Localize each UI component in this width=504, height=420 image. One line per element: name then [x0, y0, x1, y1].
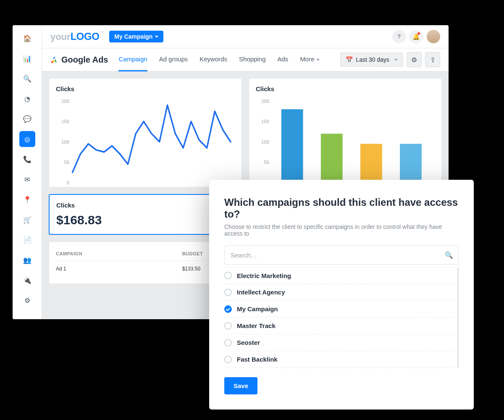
dialog-title: Which campaigns should this client have …: [224, 197, 459, 220]
search-wrap: 🔍: [224, 245, 459, 265]
subbar: Google Ads Campaign Ad groups Keywords S…: [42, 48, 449, 71]
calendar-icon: 📅: [346, 56, 353, 63]
brand-label: Google Ads: [61, 55, 108, 65]
brand: Google Ads: [50, 55, 108, 65]
logo-tm: ™: [100, 31, 103, 34]
svg-text:50: 50: [264, 160, 269, 165]
sidebar-phone[interactable]: 📞: [19, 151, 35, 167]
line-chart-title: Clicks: [56, 85, 235, 92]
chevron-down-icon: [316, 59, 320, 61]
svg-rect-12: [321, 134, 343, 182]
sidebar-chat[interactable]: 💬: [19, 111, 35, 127]
tab-adgroups[interactable]: Ad groups: [159, 48, 188, 71]
access-dialog: Which campaigns should this client have …: [209, 180, 474, 410]
logo-part1: your: [50, 32, 71, 42]
tab-ads[interactable]: Ads: [278, 48, 289, 71]
svg-rect-11: [281, 109, 303, 182]
radio-icon: [224, 272, 232, 279]
radio-icon: [224, 356, 232, 363]
date-range-label: Last 30 days: [356, 56, 389, 63]
notification-dot-icon: [417, 32, 420, 35]
option-row[interactable]: Seoster: [224, 334, 454, 351]
sidebar-reports[interactable]: ◔: [19, 91, 35, 107]
bar-chart-card: Clicks 050100150200: [249, 78, 442, 187]
sidebar-integrations[interactable]: 🔌: [19, 272, 35, 288]
sidebar-dashboard[interactable]: 📊: [19, 50, 35, 66]
td-campaign: Ad 1: [56, 266, 182, 272]
svg-point-0: [51, 61, 53, 63]
svg-text:0: 0: [67, 180, 69, 185]
svg-text:200: 200: [62, 99, 69, 104]
svg-text:150: 150: [62, 119, 69, 124]
chevron-down-icon: [394, 59, 398, 61]
tab-shopping[interactable]: Shopping: [239, 48, 265, 71]
option-label: Intellect Agency: [237, 289, 285, 296]
sidebar-file[interactable]: 📄: [19, 232, 35, 248]
sidebar-home[interactable]: 🏠: [19, 30, 35, 46]
options-list: Electric MarketingIntellect AgencyMy Cam…: [224, 267, 459, 368]
radio-icon: [224, 322, 232, 330]
line-chart: 050100150200: [56, 97, 235, 192]
logo: yourLOGO™: [50, 31, 103, 42]
svg-rect-14: [400, 144, 422, 182]
svg-text:200: 200: [262, 99, 269, 104]
chevron-down-icon: [155, 36, 158, 38]
tab-keywords[interactable]: Keywords: [200, 48, 227, 71]
sidebar-settings[interactable]: ⚙: [19, 292, 35, 308]
sidebar-cart[interactable]: 🛒: [19, 212, 35, 228]
th-campaign: CAMPAIGN: [56, 251, 182, 256]
option-label: Seoster: [237, 339, 260, 346]
option-row[interactable]: Electric Marketing: [224, 267, 454, 284]
option-label: Electric Marketing: [237, 272, 291, 279]
notifications-button[interactable]: 🔔: [409, 30, 423, 43]
date-range-picker[interactable]: 📅 Last 30 days: [340, 52, 403, 67]
kpi-1-value: $168.83: [56, 213, 235, 227]
bar-chart-title: Clicks: [256, 85, 435, 92]
option-label: Fast Backlink: [237, 356, 278, 363]
tab-campaign[interactable]: Campaign: [118, 48, 147, 71]
radio-icon: [224, 289, 232, 296]
option-label: Master Track: [237, 322, 276, 329]
radio-icon: [224, 339, 232, 346]
campaign-chip[interactable]: My Campaign: [109, 31, 163, 42]
svg-text:50: 50: [64, 160, 69, 165]
option-row[interactable]: Master Track: [224, 318, 454, 334]
tab-more[interactable]: More: [300, 48, 319, 71]
option-row[interactable]: Fast Backlink: [224, 351, 454, 368]
sidebar-search[interactable]: 🔍: [19, 71, 35, 87]
tab-more-label: More: [300, 55, 314, 63]
google-ads-icon: [50, 56, 58, 63]
option-row[interactable]: My Campaign: [224, 301, 454, 318]
share-button[interactable]: ⇪: [425, 52, 440, 67]
svg-text:100: 100: [262, 139, 269, 144]
radio-icon: [224, 305, 232, 313]
search-icon: 🔍: [445, 251, 453, 259]
bar-chart: 050100150200: [256, 97, 435, 192]
sidebar-pin[interactable]: 📍: [19, 192, 35, 207]
save-button[interactable]: Save: [224, 377, 257, 394]
svg-text:150: 150: [262, 119, 269, 124]
campaign-chip-label: My Campaign: [114, 33, 152, 40]
logo-part2: LOGO: [71, 31, 100, 42]
sidebar-mail[interactable]: ✉: [19, 171, 35, 187]
svg-text:100: 100: [62, 139, 69, 144]
help-button[interactable]: ?: [392, 30, 406, 43]
sidebar-target[interactable]: ◎: [19, 131, 35, 147]
tabs: Campaign Ad groups Keywords Shopping Ads…: [118, 48, 319, 71]
sidebar-users[interactable]: 👥: [19, 252, 35, 268]
kpi-1-title: Clicks: [56, 202, 235, 209]
adjust-button[interactable]: ⚙: [407, 52, 422, 67]
search-input[interactable]: [230, 251, 445, 259]
option-label: My Campaign: [237, 305, 278, 312]
line-chart-card: Clicks 050100150200: [49, 78, 242, 187]
svg-rect-13: [360, 144, 382, 182]
sidebar: 🏠 📊 🔍 ◔ 💬 ◎ 📞 ✉ 📍 🛒 📄 👥 🔌 ⚙: [13, 25, 42, 319]
dialog-subtitle: Choose to restrict the client to specifi…: [224, 223, 459, 237]
topbar: yourLOGO™ My Campaign ? 🔔: [42, 25, 449, 48]
avatar[interactable]: [427, 30, 440, 43]
option-row[interactable]: Intellect Agency: [224, 284, 454, 301]
